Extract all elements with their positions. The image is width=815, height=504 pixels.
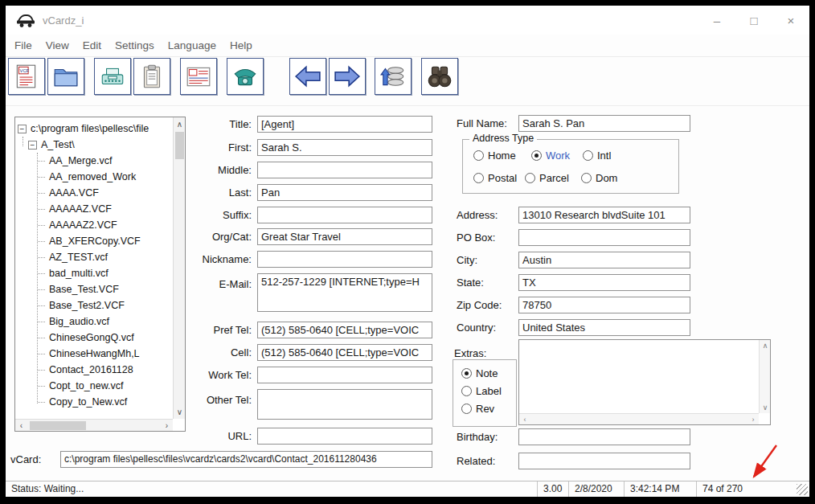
- collapse-icon[interactable]: −: [28, 141, 37, 150]
- related-field[interactable]: [518, 453, 690, 469]
- search-button[interactable]: [421, 58, 458, 95]
- suffix-field[interactable]: [257, 207, 432, 223]
- email-label: E-Mail:: [187, 276, 252, 293]
- svg-text:VCF: VCF: [20, 68, 30, 73]
- minimize-button[interactable]: –: [698, 6, 735, 35]
- scroll-left-icon[interactable]: ‹: [15, 420, 27, 432]
- full-name-field[interactable]: Sarah S. Pan: [518, 115, 690, 132]
- extras-vertical-scrollbar[interactable]: ∧ ∨: [759, 340, 770, 413]
- arrow-right-icon: [334, 63, 361, 90]
- first-name-field[interactable]: Sarah S.: [257, 139, 432, 156]
- menu-bar: File View Edit Settings Language Help: [6, 35, 809, 57]
- city-field[interactable]: Austin: [518, 252, 690, 268]
- menu-view[interactable]: View: [46, 39, 69, 51]
- tree-folder-node[interactable]: − A_Test\: [15, 137, 173, 153]
- scroll-down-icon[interactable]: ∨: [174, 406, 186, 418]
- radio-home[interactable]: Home: [473, 150, 516, 162]
- scroll-left-icon[interactable]: ‹: [519, 414, 530, 425]
- work-tel-field[interactable]: [257, 367, 432, 383]
- url-field[interactable]: [257, 428, 432, 445]
- address-type-legend: Address Type: [469, 133, 537, 144]
- tree-item[interactable]: ChineseHwangMh,L: [15, 346, 173, 362]
- scroll-up-icon[interactable]: ∧: [174, 118, 186, 130]
- extras-horizontal-scrollbar[interactable]: ‹ ›: [519, 413, 759, 424]
- close-button[interactable]: ×: [772, 6, 809, 35]
- tree-item[interactable]: AB_XFERCopy.VCF: [15, 233, 173, 249]
- title-field[interactable]: [Agent]: [257, 116, 432, 133]
- scrollbar-thumb[interactable]: [175, 132, 184, 159]
- next-card-button[interactable]: [329, 58, 366, 95]
- cell-field[interactable]: (512) 585-0640 [CELL;type=VOIC: [257, 344, 432, 361]
- email-field[interactable]: 512-257-1229 [INTERNET;type=H: [257, 273, 432, 312]
- dial-button[interactable]: [227, 58, 264, 95]
- scroll-down-icon[interactable]: ∨: [760, 402, 771, 413]
- radio-label[interactable]: Label: [461, 385, 502, 397]
- radio-icon: [461, 404, 472, 414]
- scroll-right-icon[interactable]: ›: [747, 414, 759, 425]
- tree-vertical-scrollbar[interactable]: ∧ ∨: [173, 117, 185, 419]
- radio-rev[interactable]: Rev: [461, 403, 494, 415]
- menu-settings[interactable]: Settings: [115, 39, 154, 51]
- previous-card-button[interactable]: [289, 58, 326, 95]
- tree-folder-label: A_Test\: [41, 139, 75, 150]
- tree-item[interactable]: Big_audio.vcf: [15, 313, 173, 330]
- po-box-field[interactable]: [518, 229, 690, 246]
- tree-item[interactable]: bad_multi.vcf: [15, 265, 173, 281]
- menu-file[interactable]: File: [14, 39, 32, 51]
- paste-button[interactable]: [133, 58, 170, 95]
- status-record-count: 74 of 270: [696, 481, 809, 497]
- last-name-field[interactable]: Pan: [257, 184, 432, 201]
- resize-grip-icon[interactable]: [797, 484, 808, 495]
- tree-horizontal-scrollbar[interactable]: ‹ ›: [15, 419, 173, 431]
- zip-code-field[interactable]: 78750: [518, 297, 690, 313]
- tree-item[interactable]: Base_Test2.VCF: [15, 297, 173, 313]
- tree-item[interactable]: Base_Test.VCF: [15, 281, 173, 297]
- scrollbar-thumb[interactable]: [30, 421, 86, 430]
- tree-item[interactable]: ChineseGongQ.vcf: [15, 330, 173, 346]
- vcard-path-field[interactable]: c:\program files\pellesc\files\vcardz\ca…: [60, 451, 432, 468]
- address-field[interactable]: 13010 Research blvdSuite 101: [518, 207, 690, 223]
- status-text: Status: Waiting...: [11, 481, 84, 497]
- app-logo-icon: [16, 12, 35, 28]
- radio-postal[interactable]: Postal: [473, 172, 517, 184]
- tree-item[interactable]: AA_Merge.vcf: [15, 153, 173, 169]
- birthday-field[interactable]: [518, 428, 690, 445]
- status-version: 3.00: [537, 481, 568, 497]
- nickname-field[interactable]: [257, 251, 432, 268]
- menu-language[interactable]: Language: [168, 39, 216, 51]
- state-field[interactable]: TX: [518, 274, 690, 291]
- tree-item[interactable]: AAAA.VCF: [15, 185, 173, 201]
- tree-item[interactable]: Copy_to_New.vcf: [15, 394, 173, 410]
- orgcat-label: Org/Cat:: [187, 228, 252, 245]
- tree-item[interactable]: AAAAAZ2.VCF: [15, 217, 173, 233]
- open-file-button[interactable]: [47, 58, 84, 95]
- import-export-button[interactable]: [375, 58, 412, 95]
- middle-name-field[interactable]: [257, 162, 432, 178]
- new-vcard-button[interactable]: VCF: [8, 58, 45, 95]
- menu-edit[interactable]: Edit: [83, 39, 101, 51]
- extras-textarea[interactable]: ∧ ∨ ‹ ›: [518, 339, 771, 425]
- edit-text-button[interactable]: [94, 58, 131, 95]
- tree-item[interactable]: AA_removed_Work: [15, 169, 173, 185]
- tree-item[interactable]: Contact_20161128: [15, 362, 173, 378]
- radio-intl[interactable]: Intl: [583, 150, 611, 162]
- tree-item[interactable]: AZ_TEST.vcf: [15, 249, 173, 265]
- tree-root-node[interactable]: − c:\program files\pellesc\file: [15, 121, 173, 137]
- radio-dom[interactable]: Dom: [581, 172, 617, 184]
- org-cat-field[interactable]: Great Star Travel: [257, 228, 432, 245]
- menu-help[interactable]: Help: [230, 39, 252, 51]
- other-tel-field[interactable]: [257, 389, 432, 420]
- scroll-right-icon[interactable]: ›: [161, 420, 173, 432]
- collapse-icon[interactable]: −: [18, 125, 27, 133]
- radio-parcel[interactable]: Parcel: [525, 172, 569, 184]
- radio-note[interactable]: Note: [461, 367, 498, 379]
- tree-root-label: c:\program files\pellesc\file: [31, 123, 149, 134]
- scroll-up-icon[interactable]: ∧: [760, 340, 771, 351]
- card-view-button[interactable]: [180, 58, 217, 95]
- radio-work[interactable]: Work: [531, 150, 570, 162]
- maximize-button[interactable]: □: [735, 6, 772, 35]
- country-field[interactable]: United States: [518, 319, 690, 336]
- tree-item[interactable]: Copt_to_new.vcf: [15, 378, 173, 394]
- tree-item[interactable]: AAAAAZ.VCF: [15, 201, 173, 217]
- pref-tel-field[interactable]: (512) 585-0640 [CELL;type=VOIC: [257, 322, 432, 338]
